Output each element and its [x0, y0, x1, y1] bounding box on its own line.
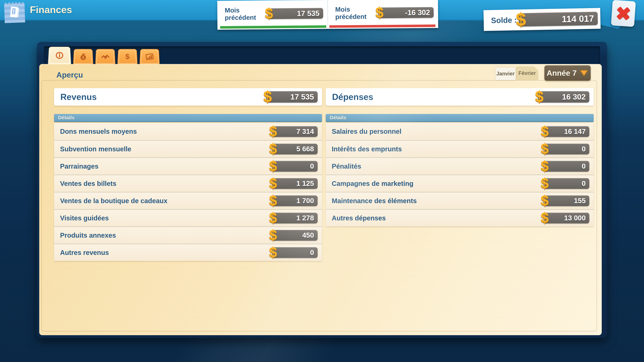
expenses-header: Dépenses $ 16 302: [326, 88, 594, 106]
tab-pricing[interactable]: $: [118, 49, 138, 64]
prev-month-income-value: 17 535: [297, 9, 323, 17]
table-row: Ventes de la boutique de cadeaux $1 700: [54, 192, 322, 209]
table-row: Ventes des billets $1 125: [54, 175, 322, 192]
svg-text:$: $: [125, 52, 130, 60]
income-header: Revenus $ 17 535: [54, 88, 322, 106]
value-pill: $1 700: [272, 195, 318, 206]
previous-month-summary: Mois précédent $ 17 535 Mois précédent $…: [217, 0, 438, 30]
income-column: Revenus $ 17 535 Détails Dons mensuels m…: [54, 88, 322, 261]
table-row: Autres dépenses $13 000: [326, 209, 594, 226]
dollar-icon: $: [269, 193, 277, 207]
dollar-icon: $: [541, 141, 549, 156]
income-total-pill: $ 17 535: [266, 91, 318, 103]
table-row: Salaires du personnel $16 147: [326, 123, 594, 140]
money-bag-icon: $: [78, 52, 88, 61]
table-row: Intérêts des emprunts $0: [326, 140, 594, 157]
year-dropdown-label: Année 7: [547, 68, 577, 78]
close-icon: [615, 5, 632, 22]
value-pill: $0: [544, 178, 589, 189]
tab-sponsors[interactable]: [95, 49, 116, 64]
table-row: Visites guidées $1 278: [54, 209, 322, 226]
prev-month-income-pill: $ 17 535: [268, 8, 323, 19]
income-details-header: Détails: [54, 114, 322, 122]
info-icon: [55, 51, 64, 60]
dollar-icon: $: [541, 176, 549, 190]
table-row: Autres revenus $0: [54, 244, 322, 261]
dollar-icon: $: [263, 89, 272, 104]
expenses-rows: Salaires du personnel $16 147 Intérêts d…: [326, 123, 594, 226]
dollar-icon: $: [269, 245, 277, 259]
dollar-icon: $: [269, 176, 277, 190]
year-dropdown[interactable]: Année 7: [544, 65, 591, 81]
value-pill: $0: [544, 144, 589, 154]
tab-charts[interactable]: [140, 49, 160, 64]
dollar-icon: $: [375, 5, 384, 20]
finances-book-icon: [4, 1, 25, 23]
expenses-total-pill: $ 16 302: [538, 91, 589, 103]
expenses-title: Dépenses: [332, 92, 373, 102]
dollar-icon: $: [269, 141, 277, 156]
dollar-icon: $: [123, 52, 132, 61]
value-pill: $5 668: [272, 144, 318, 154]
chevron-down-icon: [580, 70, 588, 76]
dollar-icon: $: [535, 89, 544, 104]
table-row: Subvention mensuelle $5 668: [54, 140, 322, 157]
value-pill: $450: [272, 230, 318, 241]
expenses-total: 16 302: [562, 92, 589, 101]
income-title: Revenus: [60, 92, 97, 102]
prev-month-income-label: Mois précédent: [225, 6, 256, 21]
prev-month-expense-label: Mois précédent: [335, 6, 366, 21]
finance-tabs: $ $: [48, 45, 160, 64]
table-row: Pénalités $0: [326, 157, 594, 175]
balance-label: Solde :: [491, 15, 517, 25]
month-tab-janvier[interactable]: Janvier: [496, 67, 516, 80]
value-pill: $155: [544, 195, 589, 206]
dollar-icon: $: [269, 159, 277, 173]
expense-trend-bar: [330, 24, 436, 28]
overview-panel: Aperçu Janvier Février Année 7 Revenus $…: [39, 64, 602, 335]
balance-value: 114 017: [562, 13, 598, 24]
handshake-icon: [100, 52, 110, 61]
prev-month-expense-value: -16 302: [405, 8, 434, 17]
value-pill: $13 000: [544, 213, 589, 223]
value-pill: $0: [272, 247, 318, 258]
table-row: Campagnes de marketing $0: [326, 175, 594, 192]
bar-chart-icon: [145, 52, 154, 61]
value-pill: $1 125: [272, 178, 318, 189]
value-pill: $7 314: [272, 126, 318, 137]
month-tab-fevrier[interactable]: Février: [516, 66, 538, 80]
table-row: Maintenance des éléments $155: [326, 192, 594, 209]
dollar-icon: $: [541, 159, 549, 173]
finance-columns: Revenus $ 17 535 Détails Dons mensuels m…: [54, 88, 594, 261]
close-button[interactable]: [611, 0, 636, 27]
income-rows: Dons mensuels moyens $7 314 Subvention m…: [54, 123, 322, 261]
dollar-icon: $: [269, 228, 277, 242]
finances-screen: Finances Mois précédent $ 17 535 Mois pr…: [0, 0, 644, 362]
table-row: Dons mensuels moyens $7 314: [54, 123, 322, 140]
dollar-icon: $: [269, 124, 277, 138]
dollar-icon: $: [265, 6, 273, 21]
dollar-icon: $: [541, 124, 549, 138]
value-pill: $0: [544, 161, 589, 172]
balance-pill: $ 114 017: [519, 12, 598, 27]
value-pill: $0: [272, 161, 318, 172]
prev-month-income: Mois précédent $ 17 535: [217, 0, 328, 30]
balance-panel: Solde : $ 114 017: [484, 8, 600, 31]
dollar-icon: $: [541, 210, 549, 225]
dollar-icon: $: [541, 193, 549, 207]
dollar-icon: $: [516, 10, 526, 28]
table-row: Produits annexes $450: [54, 226, 322, 244]
value-pill: $1 278: [272, 213, 318, 223]
prev-month-expense: Mois précédent $ -16 302: [327, 0, 438, 29]
dollar-icon: $: [269, 210, 277, 225]
prev-month-expense-pill: $ -16 302: [378, 7, 434, 18]
book-icon: [7, 5, 22, 19]
tab-donations[interactable]: $: [73, 49, 93, 64]
expenses-details-header: Détails: [326, 114, 594, 122]
tab-overview[interactable]: [48, 47, 71, 64]
income-total: 17 535: [290, 92, 318, 101]
value-pill: $16 147: [544, 126, 589, 137]
page-title: Finances: [30, 4, 72, 15]
svg-text:$: $: [82, 55, 84, 60]
table-row: Parrainages $0: [54, 157, 322, 175]
